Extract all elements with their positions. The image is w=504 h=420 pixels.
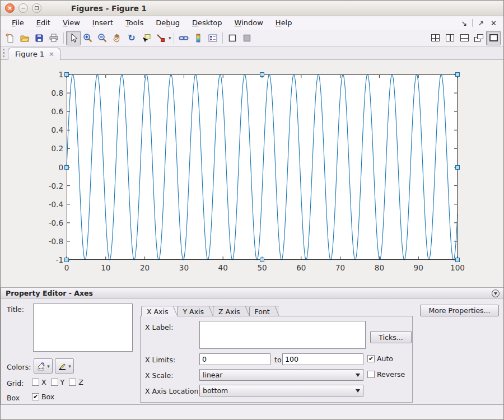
brush-data-button[interactable] — [153, 31, 168, 45]
tab-label: Figure 1 — [15, 50, 44, 58]
x-axis-location-select[interactable]: bottom — [199, 385, 363, 396]
to-label: to — [274, 356, 282, 364]
menu-desktop[interactable]: Desktop — [186, 17, 228, 29]
dropdown-caret-icon: ▾ — [68, 363, 71, 369]
layout-grid-button[interactable] — [428, 31, 442, 45]
x-axis-location-label: X Axis Location: — [145, 387, 201, 395]
selection-handle[interactable] — [455, 165, 460, 170]
menubar: File Edit View Insert Tools Debug Deskto… — [1, 16, 503, 30]
menu-insert[interactable]: Insert — [86, 17, 119, 29]
x-tick-label: 60 — [289, 263, 314, 272]
window-title: Figures - Figure 1 — [71, 4, 147, 13]
reverse-label: Reverse — [377, 370, 405, 379]
rotate-3d-icon: ↻ — [128, 34, 135, 43]
x-tick-label: 90 — [406, 263, 431, 272]
title-input[interactable] — [33, 304, 133, 352]
y-tick-label: 0.8 — [38, 88, 63, 97]
window-maximize-button[interactable] — [32, 3, 41, 13]
grid-z-checkbox[interactable] — [69, 379, 76, 386]
selection-handle[interactable] — [260, 258, 264, 262]
pan-button[interactable] — [110, 31, 124, 45]
layout-horizontal-split-button[interactable] — [457, 31, 472, 45]
print-figure-button[interactable] — [46, 31, 61, 45]
x-limits-min-input[interactable] — [199, 353, 270, 365]
new-figure-button[interactable] — [3, 31, 17, 45]
selection-handle[interactable] — [64, 72, 69, 77]
undock-icon[interactable]: ↗ — [474, 19, 487, 27]
grid-y-label: Y — [60, 378, 65, 386]
collapse-panel-icon[interactable] — [492, 290, 500, 297]
rotate-3d-button[interactable]: ↻ — [124, 31, 139, 45]
x-limits-label: X Limits: — [145, 356, 175, 364]
x-limits-max-input[interactable] — [282, 353, 363, 365]
box-row-label: Box — [7, 394, 20, 402]
brush-dropdown-caret-icon[interactable]: ▾ — [169, 35, 171, 41]
zoom-in-button[interactable] — [81, 31, 95, 45]
layout-vertical-split-button[interactable] — [442, 31, 457, 45]
x-tick-label: 40 — [211, 263, 235, 272]
menu-tools[interactable]: Tools — [119, 17, 150, 29]
x-label-input[interactable] — [199, 321, 366, 349]
window-close-button[interactable]: × — [5, 3, 15, 13]
layout-maximized-button[interactable] — [486, 31, 501, 45]
x-scale-select[interactable]: linear — [199, 369, 363, 381]
menu-view[interactable]: View — [57, 17, 86, 29]
menu-help[interactable]: Help — [269, 17, 298, 29]
more-properties-button[interactable]: More Properties... — [420, 305, 499, 316]
y-tick-label: 0 — [38, 163, 63, 172]
layout-cascade-button[interactable] — [472, 31, 486, 45]
close-icon: × — [7, 5, 12, 11]
plot-axes[interactable] — [67, 74, 458, 260]
panel-close-icon[interactable]: ✕ — [487, 19, 500, 27]
y-tick-label: 0.4 — [38, 125, 63, 134]
zoom-out-button[interactable] — [95, 31, 110, 45]
link-plots-button[interactable] — [176, 31, 191, 45]
fill-color-dropdown-button[interactable]: ▾ — [34, 358, 53, 374]
menu-debug[interactable]: Debug — [150, 17, 186, 29]
y-tick-label: -0.2 — [38, 181, 63, 190]
open-file-button[interactable] — [17, 31, 32, 45]
tab-y-axis[interactable]: Y Axis — [177, 306, 213, 316]
title-label: Title: — [7, 305, 24, 314]
data-cursor-button[interactable] — [139, 31, 153, 45]
tab-z-axis[interactable]: Z Axis — [213, 306, 249, 316]
x-axis-location-value: bottom — [203, 386, 228, 395]
chain-link-icon — [179, 33, 189, 43]
auto-label: Auto — [377, 354, 393, 363]
y-tick-label: -0.8 — [38, 237, 63, 246]
dock-icon[interactable]: ↘ — [458, 19, 470, 27]
brush-icon — [156, 33, 166, 43]
edit-plot-pointer-button[interactable] — [66, 31, 81, 45]
tab-close-icon[interactable]: ✕ — [49, 50, 54, 58]
save-figure-button[interactable] — [32, 31, 46, 45]
menu-window[interactable]: Window — [228, 17, 269, 29]
box-checkbox-label: Box — [41, 393, 54, 401]
menu-file[interactable]: File — [6, 17, 30, 29]
insert-legend-button[interactable] — [206, 31, 220, 45]
y-tick-label: 0.6 — [38, 107, 63, 116]
ticks-button[interactable]: Ticks... — [370, 331, 412, 343]
tab-x-axis[interactable]: X Axis — [141, 306, 177, 316]
grid-y-checkbox[interactable] — [51, 379, 58, 386]
menu-edit[interactable]: Edit — [30, 17, 57, 29]
tab-figure-1[interactable]: Figure 1 ✕ — [8, 48, 60, 60]
data-cursor-icon — [141, 33, 151, 43]
dock-window-button[interactable] — [225, 31, 240, 45]
tabstrip-grip[interactable] — [3, 49, 4, 57]
selection-handle[interactable] — [64, 165, 69, 170]
grid-x-checkbox[interactable] — [32, 379, 39, 386]
line-color-dropdown-button[interactable]: ▾ — [55, 358, 74, 374]
reverse-checkbox[interactable] — [367, 371, 375, 378]
tab-font[interactable]: Font — [249, 306, 279, 316]
window-minimize-button[interactable]: − — [18, 3, 28, 13]
selection-handle[interactable] — [455, 72, 460, 77]
auto-checkbox[interactable]: ✔ — [367, 355, 375, 362]
titlebar: × − Figures - Figure 1 — [1, 1, 503, 16]
vertical-split-icon — [446, 34, 454, 41]
selection-handle[interactable] — [64, 258, 69, 262]
insert-colorbar-button[interactable] — [191, 31, 206, 45]
box-checkbox[interactable]: ✔ — [32, 393, 39, 400]
selection-handle[interactable] — [260, 72, 264, 77]
figure-toolbar: ↻ ▾ — [1, 30, 503, 46]
selection-handle[interactable] — [455, 258, 460, 262]
